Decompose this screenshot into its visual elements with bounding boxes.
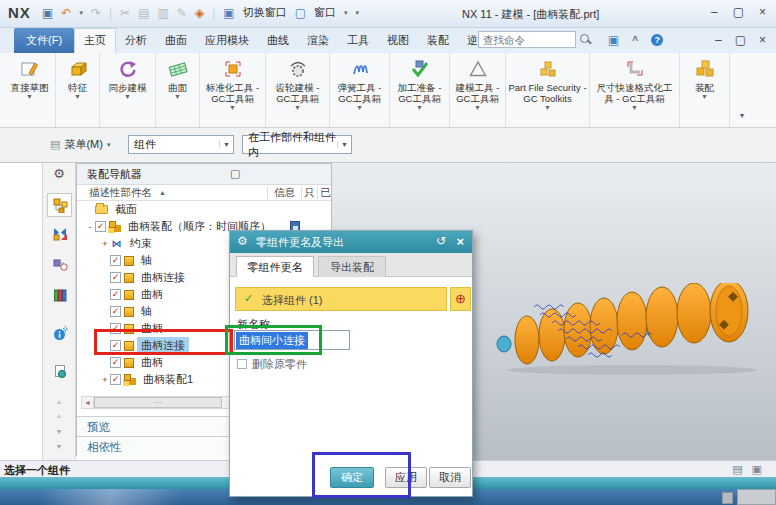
tab-curve[interactable]: 曲线 (258, 28, 298, 53)
tab-export-assembly[interactable]: 导出装配 (318, 256, 386, 277)
caret-down-icon[interactable]: ▼ (174, 93, 181, 100)
expand-icon[interactable]: + (100, 239, 110, 249)
tab-surface[interactable]: 曲面 (156, 28, 196, 53)
machining-preparation-button[interactable]: 加工准备 - GC工具箱 ▼ (390, 53, 450, 127)
child-close-button[interactable]: × (759, 33, 766, 47)
child-restore-button[interactable]: ▢ (735, 33, 746, 47)
undock-icon[interactable]: ▢ (230, 167, 240, 180)
format-painter-icon[interactable]: ✎ (177, 6, 187, 20)
column-modified[interactable]: 已 (317, 186, 333, 201)
cancel-button[interactable]: 取消 (429, 467, 471, 488)
component-checkbox[interactable]: ✓ (95, 221, 106, 232)
cut-icon[interactable]: ✂ (120, 6, 130, 20)
resource-scroll-up-icon[interactable]: ▲ (43, 398, 75, 405)
caret-down-icon[interactable]: ▼ (631, 104, 638, 111)
command-finder-input[interactable] (478, 31, 576, 48)
apply-button[interactable]: 应用 (385, 467, 427, 488)
caret-down-icon[interactable]: ▼ (701, 93, 708, 100)
tab-file[interactable]: 文件(F) (14, 28, 74, 53)
part-navigator-tab[interactable] (47, 253, 72, 277)
dialog-close-icon[interactable]: × (456, 234, 464, 249)
modeling-tools-button[interactable]: 建模工具 - GC工具箱 ▼ (450, 53, 506, 127)
component-checkbox[interactable]: ✓ (110, 289, 121, 300)
feature-button[interactable]: 特征 ▼ (56, 53, 100, 127)
resource-bar-gear-icon[interactable]: ⚙ (43, 166, 75, 181)
component-checkbox[interactable]: ✓ (110, 323, 121, 334)
component-checkbox[interactable]: ✓ (110, 357, 121, 368)
constraint-navigator-tab[interactable] (47, 221, 72, 245)
minimize-button[interactable]: – (711, 5, 718, 19)
caret-down-icon[interactable]: ▼ (356, 104, 363, 111)
scroll-left-icon[interactable]: ◄ (82, 397, 94, 408)
caret-down-icon[interactable]: ▼ (294, 104, 301, 111)
resource-scroll-down2-icon[interactable]: ▼ (43, 443, 75, 450)
assembly-navigator-tab[interactable] (47, 193, 72, 217)
column-info[interactable]: 信息 (267, 186, 301, 201)
tab-application[interactable]: 应用模块 (196, 28, 258, 53)
component-checkbox[interactable]: ✓ (110, 374, 121, 385)
caret-down-icon[interactable]: ▼ (416, 104, 423, 111)
tab-analysis[interactable]: 分析 (116, 28, 156, 53)
gear-modeling-button[interactable]: 齿轮建模 - GC工具箱 ▼ (266, 53, 330, 127)
save-icon[interactable]: ▣ (42, 6, 53, 20)
resource-scroll-up2-icon[interactable]: ▲ (43, 412, 75, 419)
tree-row-sections[interactable]: 截面 (77, 201, 331, 218)
component-checkbox[interactable]: ✓ (110, 255, 121, 266)
restore-button[interactable]: ▢ (733, 5, 744, 19)
ok-button[interactable]: 确定 (330, 467, 374, 488)
close-button[interactable]: × (759, 5, 766, 19)
synchronous-modeling-button[interactable]: 同步建模 ▼ (100, 53, 156, 127)
expand-icon[interactable]: + (100, 375, 110, 385)
undo-caret-icon[interactable]: ▾ (79, 9, 83, 17)
spring-tools-button[interactable]: 弹簧工具 - GC工具箱 ▼ (330, 53, 390, 127)
point-select-button[interactable]: ⊕ (450, 287, 471, 311)
redo-icon[interactable]: ↷ (91, 6, 101, 20)
select-component-bar[interactable]: ✓ 选择组件 (1) (235, 287, 447, 311)
reset-icon[interactable]: ↺ (436, 234, 446, 248)
full-screen-icon[interactable]: ▣ (608, 33, 619, 47)
component-checkbox[interactable]: ✓ (110, 306, 121, 317)
ribbon-options-caret-icon[interactable]: ▾ (740, 111, 744, 120)
standardization-tools-button[interactable]: 标准化工具 - GC工具箱 ▼ (200, 53, 266, 127)
component-checkbox[interactable]: ✓ (110, 340, 121, 351)
tab-assemblies[interactable]: 装配 (418, 28, 458, 53)
hd3d-tools-tab[interactable] (47, 321, 72, 345)
caret-down-icon[interactable]: ▼ (124, 93, 131, 100)
new-name-input[interactable]: 曲柄间小连接 (234, 330, 350, 350)
selection-filter-combo[interactable]: 组件 ▼ (128, 135, 234, 154)
reuse-library-tab[interactable] (47, 283, 72, 307)
help-icon[interactable]: ? (651, 34, 663, 46)
sort-ascending-icon[interactable]: ▲ (159, 189, 166, 196)
caret-down-icon[interactable]: ▼ (474, 104, 481, 111)
touch-mode-icon[interactable]: ◈ (195, 6, 204, 20)
scrollbar-thumb[interactable]: ⋯ (94, 397, 222, 408)
paste-icon[interactable]: ▥ (158, 6, 169, 20)
dialog-title-bar[interactable]: ⚙ 零组件更名及导出 ↺ × (230, 231, 472, 253)
direct-sketch-button[interactable]: 直接草图 ▼ (4, 53, 56, 127)
status-doc-icon[interactable]: ▤ (732, 463, 742, 476)
dimension-quick-format-button[interactable]: 尺寸快速格式化工具 - GC工具箱 ▼ (590, 53, 680, 127)
taskbar-tray[interactable] (737, 489, 776, 505)
copy-icon[interactable]: ▤ (138, 6, 149, 20)
tab-view[interactable]: 视图 (378, 28, 418, 53)
tab-render[interactable]: 渲染 (298, 28, 338, 53)
selection-scope-combo[interactable]: 在工作部件和组件内 ▼ (242, 135, 352, 154)
taskbar-item[interactable] (722, 492, 733, 504)
column-read-only[interactable]: 只 (301, 186, 317, 201)
resource-scroll-down-icon[interactable]: ▼ (43, 428, 75, 435)
column-part-name[interactable]: 描述性部件名 (89, 186, 152, 200)
window-button[interactable]: 窗口 (314, 5, 336, 20)
search-icon[interactable] (579, 33, 592, 46)
tab-rename-component[interactable]: 零组件更名 (236, 256, 314, 277)
child-minimize-button[interactable]: – (715, 33, 722, 47)
menu-button[interactable]: ▤ 菜单(M) ▾ (50, 137, 110, 152)
component-checkbox[interactable]: ✓ (110, 272, 121, 283)
switch-window-button[interactable]: 切换窗口 (243, 5, 287, 20)
caret-down-icon[interactable]: ▼ (74, 93, 81, 100)
delete-original-checkbox[interactable] (237, 359, 247, 369)
caret-down-icon[interactable]: ▼ (26, 93, 33, 100)
window-caret-icon[interactable]: ▾ (344, 9, 348, 17)
caret-down-icon[interactable]: ▼ (229, 104, 236, 111)
tab-tools[interactable]: 工具 (338, 28, 378, 53)
crankshaft-model[interactable] (492, 283, 772, 378)
